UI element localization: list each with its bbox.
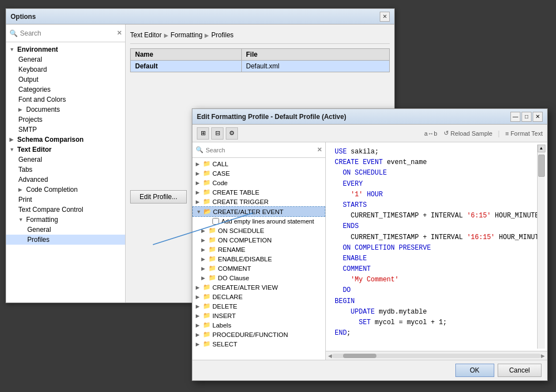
dialog-close-button[interactable]: ✕ [533,112,543,122]
tree-item-profiles[interactable]: Profiles [6,235,125,245]
tree-label-smtp: SMTP [18,126,37,133]
tree-item-formatting[interactable]: ▼ Formatting [6,215,125,225]
toolbar-icon-paste[interactable]: ⊟ [211,127,224,140]
tree-arrow-on-schedule: ▶ [201,228,207,234]
tree-on-schedule[interactable]: ▶ 📁 ON SCHEDULE [192,226,325,235]
tree-item-code-completion[interactable]: ▶ Code Completion [6,185,125,195]
tree-arrow-code: ▶ [196,180,201,186]
tree-item-keyboard[interactable]: Keyboard [6,64,125,75]
tree-insert[interactable]: ▶ 📁 INSERT [192,311,325,320]
tree-declare[interactable]: ▶ 📁 DECLARE [192,292,325,301]
ok-button[interactable]: OK [455,364,494,377]
reload-sample-link[interactable]: ↺ Reload Sample [444,130,492,137]
h-scroll-right-arrow[interactable]: ▶ [541,353,545,359]
tree-label-text-editor: Text Editor [17,146,52,153]
tree-rename[interactable]: ▶ 📁 RENAME [192,245,325,254]
tree-label-call: CALL [212,161,229,167]
tree-labels[interactable]: ▶ 📁 Labels [192,320,325,330]
tree-label-enable-disable: ENABLE/DISABLE [218,256,272,262]
toolbar-icon-copy[interactable]: ⊞ [197,127,209,140]
code-scrollbar-vertical[interactable]: ▲ [537,145,545,349]
tree-item-schema[interactable]: ▶ Schema Comparison [6,135,125,145]
dialog-maximize-button[interactable]: □ [522,112,532,122]
edit-profile-button[interactable]: Edit Profile... [130,190,187,204]
tree-arrow-create-alter-view: ▶ [196,285,201,290]
options-tree: ▼ Environment General Keyboard Output Ca… [6,42,125,302]
code-text-3: ON SCHEDULE [335,168,387,178]
format-text-link[interactable]: ≡ Format Text [505,130,543,137]
h-scroll-left-arrow[interactable]: ◀ [328,353,332,359]
tree-label-create-alter-event: CREATE/ALTER EVENT [213,209,284,215]
tree-label-comment: COMMENT [218,265,251,272]
tree-delete[interactable]: ▶ 📁 DELETE [192,301,325,311]
tree-call[interactable]: ▶ 📁 CALL [192,159,325,168]
tree-item-formatting-general[interactable]: General [6,225,125,235]
tree-arrow-on-completion: ▶ [201,237,207,243]
tree-item-tabs[interactable]: Tabs [6,165,125,175]
edit-dialog-toolbar: ⊞ ⊟ ⚙ a↔b ↺ Reload Sample | ≡ Format Tex… [192,125,547,142]
tree-comment[interactable]: ▶ 📁 COMMENT [192,264,325,273]
tree-label-general-env: General [18,56,42,63]
code-line-8: ENDS [326,221,536,232]
tree-procedure-function[interactable]: ▶ 📁 PROCEDURE/FUNCTION [192,330,325,339]
code-text-6: STARTS [335,200,367,211]
tree-create-trigger[interactable]: ▶ 📁 CREATE TRIGGER [192,197,325,206]
tree-do-clause[interactable]: ▶ 📁 DO Clause [192,273,325,282]
tree-label-create-alter-view: CREATE/ALTER VIEW [212,284,278,291]
format-text-label: Format Text [510,130,543,137]
tree-arrow-call: ▶ [196,161,201,167]
edit-search-icon: 🔍 [196,146,203,153]
tree-code[interactable]: ▶ 📁 Code [192,178,325,187]
tree-item-advanced[interactable]: Advanced [6,175,125,185]
tree-item-print[interactable]: Print [6,195,125,205]
tree-on-completion[interactable]: ▶ 📁 ON COMPLETION [192,235,325,245]
tree-label-keyboard: Keyboard [18,66,47,73]
edit-search-input[interactable] [206,147,315,153]
edit-search-clear[interactable]: ✕ [317,146,322,153]
tree-arrow-environment: ▼ [9,47,15,52]
tree-item-environment[interactable]: ▼ Environment [6,44,125,54]
tree-item-categories[interactable]: Categories [6,85,125,95]
tree-create-alter-view[interactable]: ▶ 📁 CREATE/ALTER VIEW [192,282,325,292]
tree-label-do-clause: DO Clause [218,275,249,281]
tree-label-advanced: Advanced [18,176,48,183]
tree-case[interactable]: ▶ 📁 CASE [192,168,325,178]
sub-option-empty-lines[interactable]: Add empty lines around statement [192,217,325,226]
tree-item-text-editor[interactable]: ▼ Text Editor [6,145,125,155]
code-text-17: SET mycol = mycol + 1; [335,317,447,328]
tree-create-alter-event[interactable]: ▼ 📂 CREATE/ALTER EVENT [192,206,325,217]
tree-item-general-env[interactable]: General [6,54,125,64]
tree-item-documents[interactable]: ▶ Documents [6,105,125,115]
search-clear-icon[interactable]: ✕ [117,29,122,37]
code-text-18: END; [335,328,351,339]
dialog-minimize-button[interactable]: — [510,112,520,122]
breadcrumb-text-editor: Text Editor [130,31,162,39]
table-row[interactable]: Default Default.xml [131,61,390,72]
tree-label-code-completion: Code Completion [26,186,78,193]
tree-select[interactable]: ▶ 📁 SELECT [192,339,325,349]
tree-item-output[interactable]: Output [6,75,125,85]
tree-item-text-compare[interactable]: Text Compare Control [6,205,125,215]
tree-item-font-colors[interactable]: Font and Colors [6,95,125,105]
label-empty-lines: Add empty lines around statement [221,218,314,225]
tree-item-general-te[interactable]: General [6,155,125,165]
tree-label-general-te: General [18,156,42,163]
code-scrollbar-horizontal[interactable]: ◀ ▶ [326,351,547,360]
tree-enable-disable[interactable]: ▶ 📁 ENABLE/DISABLE [192,254,325,264]
h-scroll-thumb[interactable] [343,354,376,358]
tree-arrow-delete: ▶ [196,304,201,309]
folder-icon-call: 📁 [203,160,211,167]
tree-item-smtp[interactable]: SMTP [6,125,125,135]
tree-arrow-schema: ▶ [9,137,15,142]
code-text-5: '1' HOUR [335,190,383,200]
toolbar-icon-settings[interactable]: ⚙ [226,127,238,140]
scroll-up-arrow[interactable]: ▲ [538,145,545,152]
options-close-button[interactable]: ✕ [380,12,390,22]
tree-create-table[interactable]: ▶ 📁 CREATE TABLE [192,187,325,197]
options-search-input[interactable] [20,29,115,37]
tree-item-projects[interactable]: Projects [6,115,125,125]
checkbox-empty-lines[interactable] [212,218,219,225]
scroll-thumb[interactable] [538,155,545,177]
cancel-button[interactable]: Cancel [498,364,542,377]
edit-dialog: Edit Formatting Profile - Default Profil… [192,108,548,381]
